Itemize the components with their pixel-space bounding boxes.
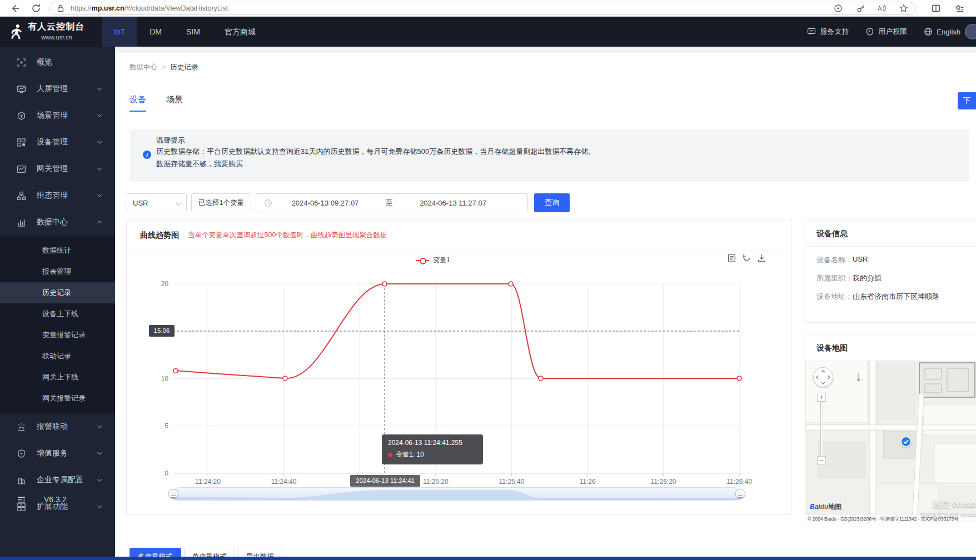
- page-tabs: 设备场景: [130, 94, 183, 112]
- sidebar-item[interactable]: 组态管理: [0, 182, 115, 209]
- device-select-value: USR: [133, 199, 148, 207]
- map-pan-control[interactable]: [813, 367, 833, 387]
- device-info-value: 山东省济南市历下区坤顺路: [853, 292, 939, 302]
- device-info-title: 设备信息: [805, 220, 976, 247]
- sidebar-item-label: 网关管理: [37, 164, 68, 174]
- baidu-logo[interactable]: Baidu地图: [810, 502, 841, 512]
- read-aloud-icon[interactable]: A: [877, 4, 886, 13]
- crosshair-y-tag: 15.06: [149, 325, 175, 337]
- sidebar-subitem[interactable]: 联动记录: [0, 346, 115, 367]
- location-icon[interactable]: [834, 4, 843, 13]
- collections-icon[interactable]: [955, 4, 964, 13]
- chevron-down-icon: [96, 219, 103, 226]
- sidebar-item-label: 概览: [37, 57, 52, 67]
- download-button[interactable]: 下: [958, 92, 976, 109]
- chart-line-series: [127, 220, 793, 516]
- y-tick-label: 0: [142, 469, 168, 477]
- refresh-page-icon[interactable]: [31, 3, 41, 13]
- chart-panel: 曲线趋势图 当单个变量单次查询超过500个数值时，曲线趋势图呈现聚合数据 变量1…: [126, 219, 792, 515]
- avatar[interactable]: [965, 24, 976, 39]
- sidebar-footer: V6.3.2: [0, 487, 115, 512]
- variable-select[interactable]: 已选择1个变量: [191, 193, 251, 212]
- product-tab[interactable]: IoT: [102, 17, 137, 47]
- baidu-map[interactable]: + − Baidu地图 激活 Windows 转到“设置”以激活 Windows…: [805, 361, 976, 523]
- top-navbar: 有人云控制台 www.usr.cn IoTDMSIM官方商城 服务支持 用户权限…: [0, 17, 976, 47]
- sidebar-item[interactable]: 增值服务: [0, 440, 115, 467]
- address-bar[interactable]: https://mp.usr.cn/#/cloud/data/ViewDataH…: [49, 2, 916, 15]
- overview-icon: [17, 58, 26, 67]
- sidebar-item[interactable]: 场景管理: [0, 102, 115, 129]
- tooltip-value: 变量1: 10: [396, 450, 424, 459]
- datazoom-left-handle[interactable]: [168, 489, 178, 499]
- navbar-right-item[interactable]: 用户权限: [865, 27, 907, 37]
- breadcrumb-parent[interactable]: 数据中心: [130, 63, 157, 71]
- chevron-down-icon: [96, 423, 103, 430]
- device-select[interactable]: USR: [126, 193, 187, 212]
- sidebar-subitem[interactable]: 变量报警记录: [0, 324, 115, 346]
- notice-box: i 温馨提示 历史数据存储：平台历史数据默认支持查询近31天内的历史数据，每月可…: [130, 129, 969, 182]
- config-icon: [17, 191, 26, 201]
- device-info-row: 设备名称： USR: [805, 255, 976, 265]
- device-info-label: 所属组织：: [816, 273, 853, 283]
- x-tick-label: 11:25:40: [486, 478, 536, 486]
- sidebar-subitem[interactable]: 网关报警记录: [0, 388, 115, 409]
- date-range-picker[interactable]: 2024-06-13 09:27:07 至 2024-06-13 11:27:0…: [256, 193, 528, 212]
- sidebar-item[interactable]: 大屏管理: [0, 76, 115, 102]
- taskbar-edge: [0, 557, 976, 560]
- split-screen-icon[interactable]: [932, 4, 940, 13]
- navbar-right-label: 服务支持: [820, 27, 849, 37]
- browser-toolbar: https://mp.usr.cn/#/cloud/data/ViewDataH…: [0, 0, 976, 17]
- x-tick-label: 11:26:40: [714, 478, 764, 486]
- device-info-label: 设备地址：: [816, 292, 853, 302]
- x-tick-label: 11:24:40: [259, 478, 309, 486]
- favorite-star-icon[interactable]: [899, 4, 908, 13]
- sidebar-subitem[interactable]: 网关上下线: [0, 367, 115, 388]
- sidebar-item-label: 增值服务: [37, 448, 68, 458]
- sidebar-item[interactable]: 概览: [0, 49, 115, 76]
- back-icon[interactable]: [10, 3, 20, 13]
- sidebar-item[interactable]: 网关管理: [0, 156, 115, 182]
- buy-storage-link[interactable]: 数据存储量不够，我要购买: [156, 159, 243, 169]
- navbar-right-item[interactable]: 服务支持: [807, 27, 849, 37]
- product-tabs: IoTDMSIM官方商城: [102, 17, 268, 47]
- sidebar-subitem[interactable]: 数据统计: [0, 240, 115, 261]
- device-icon: [17, 138, 26, 147]
- svg-text:A: A: [878, 5, 882, 12]
- map-zoom-slider[interactable]: [820, 402, 823, 456]
- crosshair-x-tag: 2024-06-13 11:24:41: [350, 475, 420, 487]
- globe-icon: [924, 27, 933, 36]
- map-zoom-out-button[interactable]: −: [817, 456, 826, 465]
- sidebar-item[interactable]: 设备管理: [0, 129, 115, 156]
- chevron-down-icon: [176, 201, 181, 206]
- sidebar-item[interactable]: 报警联动: [0, 413, 115, 440]
- date-end-input[interactable]: 2024-06-13 11:27:07: [400, 199, 506, 207]
- device-map-card: 设备地图 + −: [805, 334, 976, 523]
- datazoom-slider[interactable]: [173, 487, 741, 501]
- page-tab[interactable]: 设备: [130, 94, 146, 112]
- sidebar-item-label: 大屏管理: [37, 84, 68, 94]
- chart-tooltip: 2024-06-13 11:24:41.255 变量1: 10: [382, 434, 483, 464]
- logo[interactable]: 有人云控制台 www.usr.cn: [0, 17, 115, 47]
- navbar-right-label: 用户权限: [878, 27, 907, 37]
- chevron-down-icon: [96, 86, 103, 92]
- product-tab[interactable]: SIM: [174, 17, 212, 47]
- query-button[interactable]: 查询: [534, 193, 570, 212]
- map-zoom-in-button[interactable]: +: [817, 393, 826, 402]
- date-start-input[interactable]: 2024-06-13 09:27:07: [272, 199, 378, 207]
- datazoom-right-handle[interactable]: [735, 489, 745, 499]
- datacenter-icon: [17, 218, 26, 227]
- navbar-right-item[interactable]: English: [924, 27, 960, 36]
- shield-icon: [865, 27, 874, 36]
- device-location-marker[interactable]: [900, 436, 912, 447]
- datazoom-profile: [173, 488, 740, 500]
- page-tab[interactable]: 场景: [166, 94, 183, 112]
- collapse-menu-icon[interactable]: [17, 495, 26, 504]
- sidebar-subitem[interactable]: 报表管理: [0, 261, 115, 282]
- sidebar-subitem[interactable]: 历史记录: [0, 282, 115, 303]
- device-info-row: 所属组织： 我的分组: [805, 273, 976, 283]
- sidebar-item[interactable]: 数据中心: [0, 209, 115, 236]
- password-key-icon[interactable]: [857, 4, 865, 13]
- product-tab[interactable]: DM: [137, 17, 174, 47]
- sidebar-subitem[interactable]: 设备上下线: [0, 303, 115, 324]
- product-tab[interactable]: 官方商城: [212, 17, 268, 47]
